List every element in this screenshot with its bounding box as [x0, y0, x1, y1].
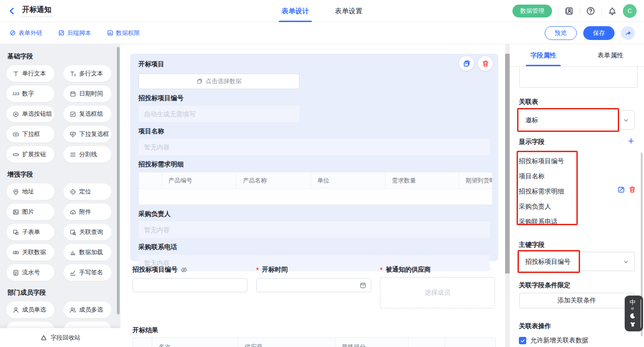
field-item-serial-number[interactable]: 流水号 — [6, 264, 54, 281]
shirt-icon[interactable] — [629, 321, 636, 328]
text-input[interactable] — [132, 278, 247, 292]
display-field-item[interactable]: 采购联系电话 — [519, 214, 564, 229]
field-item-relation-query[interactable]: 关联查询 — [63, 224, 111, 240]
backend-script-link[interactable]: 后端脚本 — [58, 29, 91, 37]
section-title-basic: 基础字段 — [7, 52, 114, 61]
sidebar-scrollbar[interactable] — [117, 47, 120, 314]
back-button[interactable] — [7, 6, 17, 16]
field-item-multi-line-text[interactable]: 多行文本 — [63, 65, 111, 82]
data-manage-button[interactable]: 数据管理 — [512, 5, 552, 17]
share-button[interactable] — [621, 26, 635, 40]
form-designer-app: 开标通知 表单设计 表单设置 数据管理 C 表单外链 — [0, 0, 644, 347]
save-button[interactable]: 保存 — [583, 26, 615, 40]
tab-field-properties[interactable]: 字段属性 — [510, 44, 577, 66]
address-book-icon[interactable] — [564, 6, 574, 16]
tab-form-design[interactable]: 表单设计 — [282, 0, 309, 22]
field-label: 采购联系电话 — [138, 243, 490, 251]
field-item-multi-dropdown[interactable]: 下拉复选框 — [63, 126, 111, 142]
display-field-item[interactable]: 招投标项目编号 — [519, 154, 564, 169]
recycle-icon — [40, 334, 47, 341]
field-item-number[interactable]: 123数字 — [6, 85, 54, 102]
field-item-attachment[interactable]: 附件 — [63, 204, 111, 220]
toolbar-actions: 预览 保存 — [545, 26, 635, 40]
field-item-single-line-text[interactable]: 单行文本 — [6, 65, 54, 82]
field-item-label: 扩展按钮 — [22, 150, 46, 159]
field-item-relation-data[interactable]: 关联数据 — [6, 244, 54, 261]
field-recycle-bin-button[interactable]: 字段回收站 — [0, 328, 121, 347]
field-item-subform[interactable]: 子表单 — [6, 224, 54, 240]
chart-icon — [69, 249, 76, 256]
user-avatar[interactable]: C — [623, 4, 637, 18]
field-item-radio-group[interactable]: 单选按钮组 — [6, 106, 54, 122]
table-ops-label: 关联表操作 — [519, 322, 551, 330]
tab-form-properties[interactable]: 表单属性 — [577, 44, 644, 66]
field-item-member-multi[interactable]: 成员多选 — [63, 301, 111, 318]
field-label-row: * 被通知的供应商 — [380, 266, 495, 274]
members-icon — [69, 307, 76, 313]
data-permission-link[interactable]: 数据权限 — [107, 29, 140, 37]
edit-field-icon[interactable] — [617, 186, 625, 193]
field-item-datetime[interactable]: 日期时间 — [63, 85, 111, 102]
form-external-link[interactable]: 表单外链 — [9, 29, 42, 37]
field-item-extend-button[interactable]: 扩展按钮 — [6, 146, 54, 163]
active-panel-tab-underline — [526, 65, 561, 66]
canvas-scrollbar-track[interactable] — [505, 44, 510, 347]
display-field-item[interactable]: 招投标需求明细 — [519, 184, 564, 199]
check-icon — [520, 338, 525, 343]
capsule-icon — [12, 151, 19, 158]
allow-add-checkbox[interactable] — [519, 337, 526, 344]
number-icon: 123 — [12, 91, 19, 96]
section-title-enhanced: 增强字段 — [7, 171, 114, 179]
field-item-location[interactable]: 定位 — [63, 183, 111, 200]
select-data-button[interactable]: 点击选择数据 — [138, 74, 299, 89]
ghost-input: 暂无内容 — [138, 139, 490, 155]
field-notified-suppliers[interactable]: * 被通知的供应商 选择成员 — [380, 266, 495, 308]
delete-field-icon[interactable] — [628, 186, 636, 193]
enhanced-field-grid: 地址 定位 图片 附件 子表单 关联查询 关联数据 数据加载 流水号 手写签名 — [6, 183, 114, 281]
panel-tabs: 字段属性 表单属性 — [510, 44, 644, 67]
date-input[interactable]: 7 — [256, 278, 371, 292]
field-item-divider-line[interactable]: 分割线 — [63, 146, 111, 163]
related-table-select[interactable]: 邀标 — [519, 110, 635, 130]
properties-panel: 字段属性 表单属性 关联表 邀标 显示字段 + 招投标项目编号 项目名称 招投标… — [510, 44, 644, 347]
duplicate-field-button[interactable] — [459, 56, 474, 71]
lang-icon[interactable]: 中 — [630, 299, 636, 305]
top-right-cluster: 数据管理 C — [512, 4, 637, 18]
display-field-item[interactable]: 项目名称 — [519, 169, 564, 184]
column-header: 产品编号 — [162, 172, 236, 188]
field-project-code[interactable]: 招投标项目编号 — [132, 266, 247, 308]
notification-icon[interactable] — [608, 6, 617, 16]
selected-related-data-field[interactable]: 开标项目 点击选择数据 招投标项目编号 自动生成无需填写 项目名称 暂无内容 招… — [130, 54, 498, 261]
column-header — [408, 338, 445, 347]
primary-field-select[interactable]: 招投标项目编号 — [519, 252, 635, 271]
field-item-address[interactable]: 地址 — [6, 183, 54, 200]
field-item-label: 单行文本 — [22, 69, 46, 78]
field-item-dropdown[interactable]: 下拉框 — [6, 126, 54, 142]
display-field-item[interactable]: 采购负责人 — [519, 199, 564, 214]
field-name-input-partial[interactable] — [519, 67, 638, 88]
floating-toolbar[interactable]: 中 ơ — [625, 296, 643, 331]
calendar-icon: 7 — [359, 282, 367, 289]
field-open-time[interactable]: * 开标时间 7 — [256, 266, 371, 308]
backend-script-link-label: 后端脚本 — [67, 29, 91, 37]
moon-icon[interactable] — [629, 313, 636, 319]
preview-button[interactable]: 预览 — [545, 26, 577, 40]
field-item-data-load[interactable]: 数据加载 — [63, 244, 111, 261]
field-item-image[interactable]: 图片 — [6, 204, 54, 220]
add-condition-button[interactable]: 添加关联条件 — [519, 293, 634, 308]
dropdown-icon — [12, 131, 19, 138]
field-item-member-single[interactable]: 成员单选 — [6, 301, 54, 318]
field-item-checkbox-group[interactable]: 复选框组 — [63, 106, 111, 122]
member-select-box[interactable]: 选择成员 — [380, 277, 495, 308]
add-display-field-button[interactable]: + — [628, 137, 634, 146]
tab-form-settings[interactable]: 表单设置 — [335, 0, 362, 22]
field-item-signature[interactable]: 手写签名 — [63, 264, 111, 281]
content: 基础字段 单行文本 多行文本 123数字 日期时间 单选按钮组 复选框组 下拉框… — [0, 44, 644, 347]
allow-add-related-row[interactable]: 允许新增关联表数据 — [519, 336, 588, 345]
canvas-scrollbar-thumb[interactable] — [505, 54, 510, 273]
divider — [558, 7, 558, 15]
page-title-wrap[interactable]: 开标通知 — [21, 5, 52, 17]
delete-field-button[interactable] — [478, 56, 493, 71]
mars-icon[interactable]: ơ — [631, 307, 634, 311]
help-icon[interactable] — [586, 6, 595, 16]
